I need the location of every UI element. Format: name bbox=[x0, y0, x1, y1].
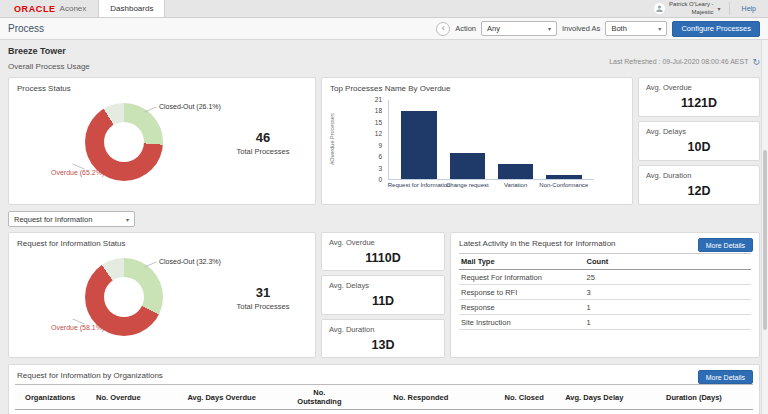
chevron-down-icon: ▾ bbox=[718, 5, 721, 12]
kpi-card: Avg. Duration12D bbox=[638, 165, 760, 205]
total-processes-metric: 46 Total Processes bbox=[219, 130, 307, 156]
y-axis-tick: 15 bbox=[375, 119, 382, 126]
overall-row: Process Status Closed-Out (26.1%) Overdu… bbox=[8, 77, 760, 205]
org-cell: 1,1231,125 bbox=[152, 410, 292, 414]
activity-row: Response to RFI3 bbox=[459, 285, 751, 300]
chevron-down-icon: ▾ bbox=[126, 216, 129, 223]
involved-as-label: Involved As bbox=[562, 24, 600, 33]
project-name: Breeze Tower bbox=[8, 46, 90, 56]
org-cell: Apex bbox=[15, 410, 85, 414]
activity-row: Site Instruction1 bbox=[459, 315, 751, 330]
vertical-scrollbar[interactable] bbox=[761, 40, 768, 414]
activity-header-row: Mail TypeCount bbox=[459, 254, 751, 270]
label-leader-line bbox=[144, 106, 156, 112]
activity-cell: 3 bbox=[585, 285, 751, 300]
card-title: Request for Information by Organizations bbox=[9, 365, 759, 380]
y-axis-tick: 18 bbox=[375, 107, 382, 114]
bar[interactable] bbox=[450, 153, 486, 179]
activity-column-header: Count bbox=[585, 254, 751, 270]
oracle-aconex-logo: ORACLE Aconex bbox=[0, 0, 98, 17]
org-column-header: Organizations bbox=[15, 385, 85, 410]
bar[interactable] bbox=[401, 111, 437, 179]
action-label: Action bbox=[455, 24, 476, 33]
header-spacer bbox=[165, 0, 646, 17]
y-axis-tick: 21 bbox=[375, 96, 382, 103]
rfi-kpi-stack: Avg. Overdue1110DAvg. Delays11DAvg. Dura… bbox=[321, 232, 445, 358]
org-header-row: OrganizationsNo. OverdueAvg. Days Overdu… bbox=[15, 385, 753, 410]
org-column-header: Duration (Days) bbox=[635, 385, 753, 410]
involved-as-select[interactable]: Both ▾ bbox=[605, 21, 667, 36]
activity-row: Request For Information25 bbox=[459, 270, 751, 285]
donut-hole bbox=[104, 277, 144, 317]
org-cell: 14 bbox=[635, 410, 753, 414]
overdue-slice-label: Overdue (65.2%) bbox=[51, 169, 104, 176]
latest-activity-card: Latest Activity in the Request for Infor… bbox=[450, 232, 760, 358]
kpi-value: 1110D bbox=[329, 251, 437, 265]
kpi-value: 10D bbox=[646, 140, 752, 154]
label-leader-line bbox=[144, 261, 156, 267]
page-title: Process bbox=[8, 23, 44, 34]
total-value: 31 bbox=[219, 285, 307, 300]
top-processes-overdue-card: Top Processes Name By Overdue #Overdue P… bbox=[321, 77, 633, 205]
activity-cell: 25 bbox=[585, 270, 751, 285]
user-menu[interactable]: Patrick O'Leary -Majestic ▾ bbox=[646, 0, 729, 17]
more-details-button[interactable]: More Details bbox=[698, 238, 753, 252]
tab-dashboards[interactable]: Dashboards bbox=[98, 0, 165, 17]
process-status-card: Process Status Closed-Out (26.1%) Overdu… bbox=[8, 77, 316, 205]
kpi-card: Avg. Overdue1121D bbox=[638, 77, 760, 117]
org-column-header: Avg. Days Delay bbox=[554, 385, 635, 410]
org-column-header: No. Outstanding bbox=[292, 385, 347, 410]
scrollbar-thumb[interactable] bbox=[763, 150, 767, 330]
overdue-slice-label: Overdue (58.1%) bbox=[51, 324, 104, 331]
process-type-selected-value: Request for Information bbox=[14, 215, 92, 224]
help-link[interactable]: Help bbox=[730, 0, 768, 17]
activity-cell: Request For Information bbox=[459, 270, 585, 285]
activity-cell: 1 bbox=[585, 315, 751, 330]
bar[interactable] bbox=[546, 175, 582, 179]
rfi-by-organizations-card: Request for Information by Organizations… bbox=[8, 364, 760, 414]
bar-column[interactable]: Request for Information bbox=[398, 100, 440, 179]
page-toolbar: Process ‹ Action Any ▾ Involved As Both … bbox=[0, 18, 768, 40]
bar-column[interactable]: Non-Conformance bbox=[543, 100, 585, 179]
org-cell: 2 bbox=[495, 410, 554, 414]
involved-as-selected-value: Both bbox=[611, 24, 626, 33]
bar-category-label: Change request bbox=[446, 182, 489, 188]
org-column-header: No. Overdue bbox=[85, 385, 151, 410]
kpi-value: 1121D bbox=[646, 96, 752, 110]
user-name: Patrick O'Leary -Majestic bbox=[669, 1, 714, 17]
context-row: Breeze Tower Overall Process Usage Last … bbox=[8, 46, 760, 71]
kpi-value: 13D bbox=[329, 338, 437, 352]
org-cell: 0 bbox=[292, 410, 347, 414]
bar[interactable] bbox=[498, 164, 534, 179]
activity-cell: Site Instruction bbox=[459, 315, 585, 330]
action-selected-value: Any bbox=[487, 24, 500, 33]
y-axis-tick: 12 bbox=[375, 130, 382, 137]
org-cell: 0 bbox=[347, 410, 495, 414]
closed-out-slice-label: Closed-Out (26.1%) bbox=[159, 103, 221, 110]
dashboard-subtitle: Overall Process Usage bbox=[8, 62, 90, 71]
rfi-row: Request for Information Status Closed-Ou… bbox=[8, 232, 760, 358]
activity-column-header: Mail Type bbox=[459, 254, 585, 270]
org-column-header: Avg. Days Overdue bbox=[152, 385, 292, 410]
oracle-wordmark: ORACLE bbox=[14, 4, 56, 14]
bar-column[interactable]: Variation bbox=[494, 100, 536, 179]
y-axis-tick: 6 bbox=[378, 153, 382, 160]
back-button[interactable]: ‹ bbox=[436, 22, 450, 36]
bar-chart-plot: 036912151821 Request for InformationChan… bbox=[388, 100, 594, 180]
y-axis-tick: 3 bbox=[378, 165, 382, 172]
bar-chart[interactable]: Request for InformationChange requestVar… bbox=[388, 100, 594, 180]
total-processes-metric: 31 Total Processes bbox=[219, 285, 307, 311]
more-details-button[interactable]: More Details bbox=[698, 370, 753, 384]
process-type-select[interactable]: Request for Information ▾ bbox=[8, 211, 135, 227]
action-select[interactable]: Any ▾ bbox=[481, 21, 557, 36]
refresh-icon[interactable]: ↻ bbox=[752, 57, 760, 67]
bar-column[interactable]: Change request bbox=[446, 100, 488, 179]
org-column-header: No. Closed bbox=[495, 385, 554, 410]
bar-category-label: Variation bbox=[504, 182, 527, 188]
rfi-status-card: Request for Information Status Closed-Ou… bbox=[8, 232, 316, 358]
kpi-value: 12D bbox=[646, 184, 752, 198]
configure-processes-button[interactable]: Configure Processes bbox=[672, 21, 760, 37]
process-type-selector-row: Request for Information ▾ bbox=[8, 211, 760, 227]
dashboard-content: Breeze Tower Overall Process Usage Last … bbox=[0, 40, 768, 414]
org-column-header: No. Responded bbox=[347, 385, 495, 410]
